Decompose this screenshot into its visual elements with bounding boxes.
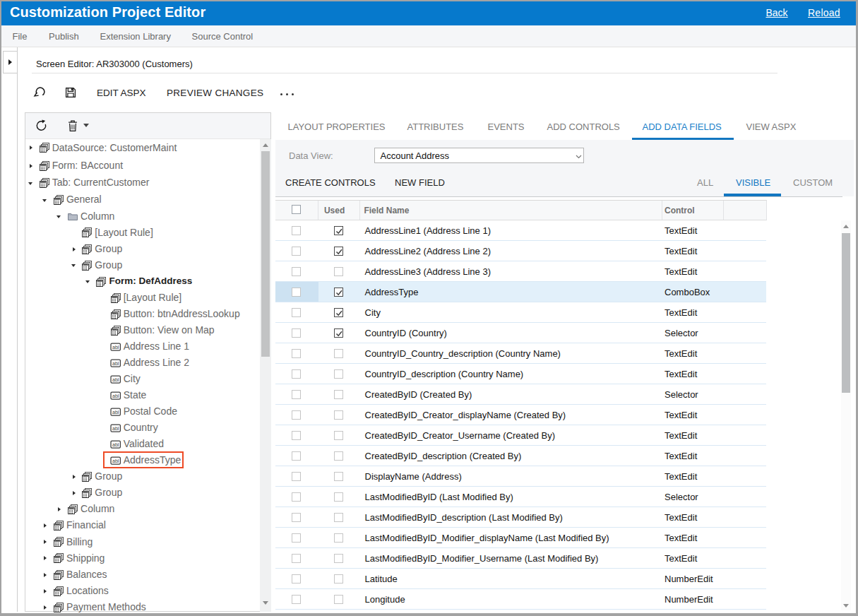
svg-text:abl: abl <box>112 345 119 350</box>
svg-text:abl: abl <box>112 410 119 415</box>
svg-text:abl: abl <box>112 442 119 447</box>
svg-text:abl: abl <box>112 426 119 431</box>
svg-text:abl: abl <box>112 361 119 366</box>
svg-text:abl: abl <box>112 377 119 382</box>
svg-text:abl: abl <box>112 393 119 398</box>
